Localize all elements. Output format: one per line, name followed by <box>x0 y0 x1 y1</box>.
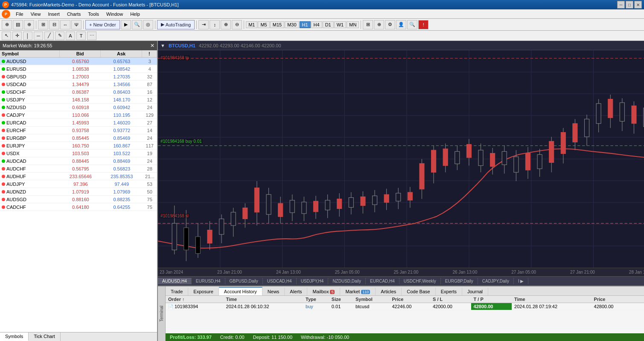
toolbar-zoom-chart[interactable]: ⊕ <box>221 20 231 29</box>
tf-h4[interactable]: H4 <box>311 21 322 28</box>
toolbar-period[interactable]: Ψ <box>71 20 82 29</box>
tool-text2[interactable]: T <box>76 32 86 40</box>
list-item[interactable]: AUDHUF 233.65646 235.85353 21... <box>0 173 157 180</box>
toolbar-search[interactable]: 🔍 <box>407 20 417 29</box>
toolbar-alert[interactable]: ! <box>418 20 428 29</box>
tab-mailbox[interactable]: Mailbox 5 <box>307 288 340 295</box>
chart-symbol-tab[interactable]: USDCAD,H4 <box>263 278 297 284</box>
chart-symbol-tab[interactable]: EURGBP,Daily <box>441 278 478 284</box>
tool-text[interactable]: A <box>66 32 75 40</box>
tf-mn[interactable]: MN <box>347 21 359 28</box>
tf-m1[interactable]: M1 <box>246 21 257 28</box>
toolbar-templates[interactable]: ⊞ <box>363 20 373 29</box>
list-item[interactable]: CADJPY 110.066 110.195 129 <box>0 111 157 119</box>
order-size: 0.01 <box>329 303 353 310</box>
tab-alerts[interactable]: Alerts <box>285 288 307 295</box>
tab-exposure[interactable]: Exposure <box>188 288 219 295</box>
list-item[interactable]: USDCAD 1.34479 1.34566 87 <box>0 81 157 88</box>
chart-symbol-tab[interactable]: USDJPY,H4 <box>297 278 329 284</box>
list-item[interactable]: AUDNZD 1.07919 1.07969 50 <box>0 188 157 196</box>
menu-file[interactable]: File <box>12 11 27 17</box>
chart-symbol-tab[interactable]: EURCAD,H4 <box>366 278 399 284</box>
toolbar-profile[interactable]: 👤 <box>396 20 406 29</box>
tf-m5[interactable]: M5 <box>258 21 269 28</box>
list-item[interactable]: EURGBP 0.85445 0.85469 24 <box>0 134 157 142</box>
menu-charts[interactable]: Charts <box>64 11 84 17</box>
list-item[interactable]: AUDUSD 0.65760 0.65763 3 <box>0 58 157 65</box>
toolbar-zoom-out[interactable]: ⊟ <box>49 20 59 29</box>
list-item[interactable]: EURCHF 0.93758 0.93772 14 <box>0 127 157 134</box>
toolbar-zoom-out2[interactable]: ⊖ <box>232 20 242 29</box>
tab-articles[interactable]: Articles <box>376 288 402 295</box>
tool-hline[interactable]: ─ <box>34 32 43 40</box>
tab-journal[interactable]: Journal <box>462 288 488 295</box>
tab-account-history[interactable]: Account History <box>219 287 262 295</box>
list-item[interactable]: AUDCHF 0.56795 0.56823 28 <box>0 165 157 173</box>
toolbar-autoscroll[interactable]: ↕ <box>210 20 220 29</box>
new-order-button[interactable]: + New Order <box>85 20 120 29</box>
list-item[interactable]: AUDCAD 0.88445 0.88469 24 <box>0 157 157 165</box>
tf-m15[interactable]: M15 <box>270 21 284 28</box>
toolbar-btn1[interactable]: ⊕ <box>24 20 34 29</box>
toolbar-indicators[interactable]: ⊕ <box>374 20 384 29</box>
tool-fibonacci[interactable]: ⋯ <box>87 32 96 40</box>
list-item[interactable]: AUDJPY 97.396 97.449 53 <box>0 180 157 188</box>
minimize-button[interactable]: ─ <box>617 1 625 9</box>
tool-line[interactable]: │ <box>23 32 32 40</box>
close-button[interactable]: ✕ <box>634 1 642 9</box>
chart-symbol-tab[interactable]: CADJPY,Daily <box>478 278 514 284</box>
tab-news[interactable]: News <box>262 288 285 295</box>
toolbar-new[interactable]: ⊕ <box>2 20 12 29</box>
list-item[interactable]: AUDSGD 0.88160 0.88235 75 <box>0 196 157 203</box>
menu-help[interactable]: Help <box>127 11 143 17</box>
spread: 19 <box>142 151 157 156</box>
tab-codebase[interactable]: Code Base <box>402 288 435 295</box>
list-item[interactable]: GBPUSD 1.27003 1.27035 32 <box>0 73 157 81</box>
list-item[interactable]: USDX 103.503 103.522 19 <box>0 150 157 157</box>
toolbar-chart-shift[interactable]: ⇥ <box>198 20 209 29</box>
list-item[interactable]: NZDUSD 0.60918 0.60942 24 <box>0 104 157 111</box>
toolbar-sell[interactable]: 🔍 <box>132 20 142 29</box>
list-item[interactable]: USDJPY 148.158 148.170 12 <box>0 96 157 104</box>
toolbar-globe[interactable]: ◎ <box>143 20 153 29</box>
terminal-side-panel[interactable]: Terminal <box>158 286 166 341</box>
tool-pencil[interactable]: ✎ <box>55 32 64 40</box>
list-item[interactable]: EURUSD 1.08538 1.08542 4 <box>0 65 157 73</box>
tf-d1[interactable]: D1 <box>323 21 334 28</box>
autotrading-button[interactable]: ▶ AutoTrading <box>157 20 195 29</box>
tf-h1[interactable]: H1 <box>300 21 311 28</box>
tab-market[interactable]: Market 110 <box>340 288 376 295</box>
tab-experts[interactable]: Experts <box>436 288 462 295</box>
menu-insert[interactable]: Insert <box>44 11 63 17</box>
menu-window[interactable]: Window <box>103 11 126 17</box>
toolbar-scroll[interactable]: ↔ <box>60 20 70 29</box>
chart-symbol-tab[interactable]: NZDUSD,Daily <box>328 278 366 284</box>
tool-cursor[interactable]: ↖ <box>2 32 11 40</box>
chart-symbol-tab[interactable]: I ▶ <box>514 278 529 284</box>
tool-crosshair[interactable]: ✛ <box>12 32 22 40</box>
tool-trendline[interactable]: ╱ <box>44 32 54 40</box>
list-item[interactable]: EURJPY 160.750 160.867 117 <box>0 142 157 150</box>
maximize-button[interactable]: □ <box>626 1 633 9</box>
chart-canvas[interactable]: #101984168 tp #101984168 buy 0.01 #10198… <box>158 50 644 268</box>
tf-w1[interactable]: W1 <box>334 21 347 28</box>
chart-symbol-tab[interactable]: GBPUSD,Daily <box>225 278 263 284</box>
table-row[interactable]: 📄 101983394 2024.01.28 06:10:32 buy 0.01… <box>166 303 644 310</box>
list-item[interactable]: EURCAD 1.45993 1.46020 27 <box>0 119 157 127</box>
toolbar-zoom-in[interactable]: ⊞ <box>38 20 48 29</box>
toolbar-buy[interactable]: ▶ <box>121 20 131 29</box>
tab-symbols[interactable]: Symbols <box>0 332 29 341</box>
menu-tools[interactable]: Tools <box>85 11 102 17</box>
tab-tick-chart[interactable]: Tick Chart <box>29 332 61 341</box>
list-item[interactable]: CADCHF 0.64180 0.64255 75 <box>0 203 157 211</box>
chart-symbol-tab[interactable]: AUDUSD,H4 <box>158 278 192 284</box>
chart-symbol-tab[interactable]: USDCHF,Weekly <box>399 278 441 284</box>
list-item[interactable]: USDCHF 0.86387 0.86403 16 <box>0 88 157 96</box>
market-watch-close[interactable]: ✕ <box>150 43 154 49</box>
tab-trade[interactable]: Trade <box>166 288 188 295</box>
toolbar-chart-type[interactable]: ▤ <box>13 20 23 29</box>
toolbar-settings[interactable]: ⚙ <box>385 20 395 29</box>
chart-symbol-tab[interactable]: EURUSD,H4 <box>192 278 225 284</box>
menu-view[interactable]: View <box>27 11 44 17</box>
tf-m30[interactable]: M30 <box>285 21 299 28</box>
